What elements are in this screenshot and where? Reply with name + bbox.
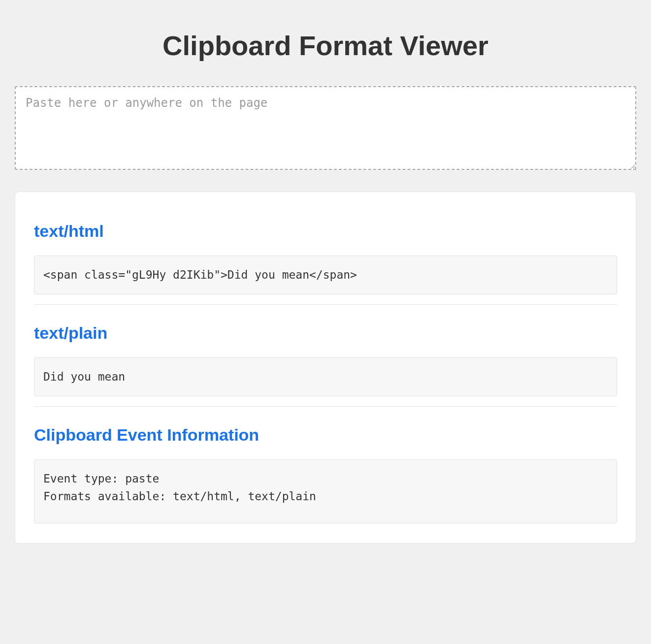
section-text-plain: text/plain Did you mean (34, 323, 617, 407)
code-block-text-html: <span class="gL9Hy d2IKib">Did you mean<… (34, 256, 617, 294)
paste-input[interactable] (15, 86, 636, 170)
section-heading-text-plain: text/plain (34, 323, 617, 343)
code-block-text-plain: Did you mean (34, 357, 617, 396)
code-block-event-info: Event type: paste Formats available: tex… (34, 459, 617, 523)
section-heading-text-html: text/html (34, 222, 617, 241)
results-card: text/html <span class="gL9Hy d2IKib">Did… (15, 192, 636, 544)
section-text-html: text/html <span class="gL9Hy d2IKib">Did… (34, 222, 617, 305)
page-title: Clipboard Format Viewer (15, 30, 636, 62)
section-event-info: Clipboard Event Information Event type: … (34, 425, 617, 533)
section-heading-event-info: Clipboard Event Information (34, 425, 617, 445)
